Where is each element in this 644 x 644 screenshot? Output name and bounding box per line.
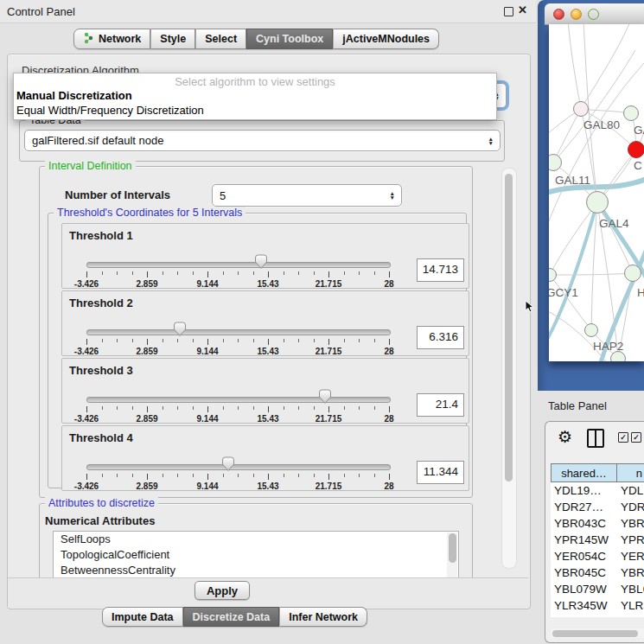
tab-cyni-toolbox[interactable]: Cyni Toolbox [246, 29, 333, 49]
list-item[interactable]: TopologicalCoefficient [54, 547, 458, 563]
close-traffic-light-icon[interactable] [553, 9, 564, 20]
slider-tick-label: 15.43 [246, 414, 290, 424]
list-item[interactable]: BetweennessCentrality [54, 563, 458, 577]
slider-thumb[interactable] [254, 254, 268, 270]
number-of-intervals-combobox[interactable]: 5 ▲▼ [212, 184, 402, 207]
table-row[interactable]: YBR045CYBR0 [551, 564, 644, 581]
tab-select[interactable]: Select [195, 29, 246, 49]
cell-name: YIL0 [617, 615, 644, 617]
tab-jactivemnodules[interactable]: jActiveMNodules [333, 29, 439, 49]
table-data-combobox[interactable]: galFiltered.sif default node ▲▼ [24, 130, 501, 151]
tab-impute-data[interactable]: Impute Data [102, 607, 183, 627]
slider-tick [177, 271, 178, 275]
checkbox-icon[interactable]: ✓ [618, 432, 628, 443]
table-row[interactable]: YPR145WYPR1 [551, 532, 644, 548]
columns-icon[interactable] [587, 429, 604, 448]
network-node-label: GAL4 [599, 217, 629, 230]
slider-tick [344, 339, 345, 342]
network-node-label: H [637, 286, 644, 299]
close-icon[interactable]: ✕ [518, 3, 527, 16]
slider-tick [298, 406, 299, 410]
table-body: YDL19…YDL1YDR27…YDR2YBR043CYBR0YPR145WYP… [551, 482, 644, 617]
slider-thumb[interactable] [221, 456, 235, 472]
list-item[interactable]: SelfLoops [54, 532, 458, 547]
threshold-3-panel: Threshold 3 -3.4262.8599.14415.4321.7152… [61, 358, 469, 424]
dropdown-option-equal-width-frequency[interactable]: Equal Width/Frequency Discretization [16, 104, 204, 117]
slider-ticks: -3.4262.8599.14415.4321.71528 [62, 405, 469, 422]
tab-style[interactable]: Style [150, 29, 195, 49]
table-panel-titlebar: Table Panel [538, 391, 644, 419]
list-scrollbar[interactable] [447, 532, 457, 577]
slider-tick-label: 28 [367, 279, 411, 289]
slider-tick [389, 406, 390, 412]
network-canvas[interactable]: GAL80GACGAL11GAL4GCY1HHAP2 [549, 24, 644, 361]
float-window-icon[interactable] [504, 7, 513, 16]
threshold-slider[interactable] [86, 262, 391, 268]
table-row[interactable]: YER054CYER0 [551, 548, 644, 564]
panel-scrollbar[interactable] [501, 168, 517, 569]
slider-tick [268, 474, 269, 480]
slider-tick [147, 339, 148, 345]
table-row[interactable]: YBR043CYBR0 [551, 515, 644, 532]
threshold-slider[interactable] [86, 397, 391, 403]
slider-thumb[interactable] [318, 389, 332, 405]
cell-shared-name: YDL19… [551, 484, 617, 497]
slider-tick-label: 9.144 [186, 347, 229, 356]
threshold-slider[interactable] [86, 329, 391, 335]
control-panel-tabs: Network Style Select Cyni Toolbox jActiv… [73, 29, 439, 49]
tab-discretize-data[interactable]: Discretize Data [183, 607, 280, 627]
tab-infer-network[interactable]: Infer Network [279, 607, 367, 627]
network-node[interactable] [623, 105, 639, 121]
threshold-value-field[interactable]: 6.316 [417, 326, 464, 349]
network-window-titlebar[interactable] [545, 3, 644, 25]
threshold-value-field[interactable]: 11.344 [417, 461, 464, 484]
slider-tick [132, 339, 133, 342]
slider-tick-label: -3.426 [65, 481, 108, 491]
network-node[interactable] [573, 101, 589, 117]
slider-tick [359, 339, 360, 342]
table-row[interactable]: YBL079WYBL0 [551, 581, 644, 597]
slider-tick [163, 406, 163, 410]
slider-tick [117, 474, 118, 477]
slider-tick [238, 339, 239, 342]
checkbox-icon[interactable]: ✓ [631, 432, 641, 443]
network-node-label: GAL11 [555, 174, 590, 187]
slider-tick [268, 271, 269, 277]
slider-tick [102, 339, 103, 342]
slider-tick [284, 339, 284, 342]
column-header-shared-name[interactable]: shared… [551, 463, 617, 482]
table-row[interactable]: YLR345WYLR3 [551, 597, 644, 614]
cell-name: YER0 [617, 550, 644, 563]
network-node[interactable] [610, 351, 626, 361]
table-row[interactable]: YIL052CYIL0 [551, 614, 644, 617]
slider-tick [177, 406, 178, 410]
network-node-label: GA [634, 124, 644, 137]
table-row[interactable]: YDL19…YDL1 [551, 482, 644, 499]
network-graph-icon [83, 32, 94, 47]
thresholds-group-label: Threshold's Coordinates for 5 Intervals [54, 207, 245, 219]
slider-tick-label: 9.144 [186, 414, 229, 424]
network-node[interactable] [584, 323, 598, 337]
minimize-traffic-light-icon[interactable] [571, 9, 582, 20]
slider-thumb[interactable] [173, 322, 187, 337]
slider-tick [132, 271, 133, 275]
threshold-value-field[interactable]: 21.4 [417, 393, 464, 417]
table-horizontal-scrollbar[interactable] [551, 628, 644, 638]
table-row[interactable]: YDR27…YDR2 [551, 499, 644, 515]
numerical-attributes-list[interactable]: SelfLoops TopologicalCoefficient Between… [53, 531, 459, 577]
slider-tick [207, 474, 208, 480]
tab-network[interactable]: Network [73, 29, 150, 49]
threshold-value-field[interactable]: 14.713 [417, 258, 464, 282]
slider-ticks: -3.4262.8599.14415.4321.71528 [62, 472, 469, 489]
zoom-traffic-light-icon[interactable] [588, 9, 599, 20]
column-header-name[interactable]: n [617, 463, 644, 482]
gear-icon[interactable]: ⚙ [558, 427, 572, 447]
network-node[interactable] [624, 265, 641, 282]
mouse-cursor [525, 300, 535, 317]
apply-button[interactable]: Apply [194, 581, 250, 600]
threshold-slider[interactable] [86, 464, 391, 470]
slider-tick [223, 406, 224, 410]
network-node[interactable] [628, 141, 644, 158]
dropdown-option-manual-discretization[interactable]: Manual Discretization [16, 89, 132, 102]
network-node[interactable] [586, 191, 609, 214]
